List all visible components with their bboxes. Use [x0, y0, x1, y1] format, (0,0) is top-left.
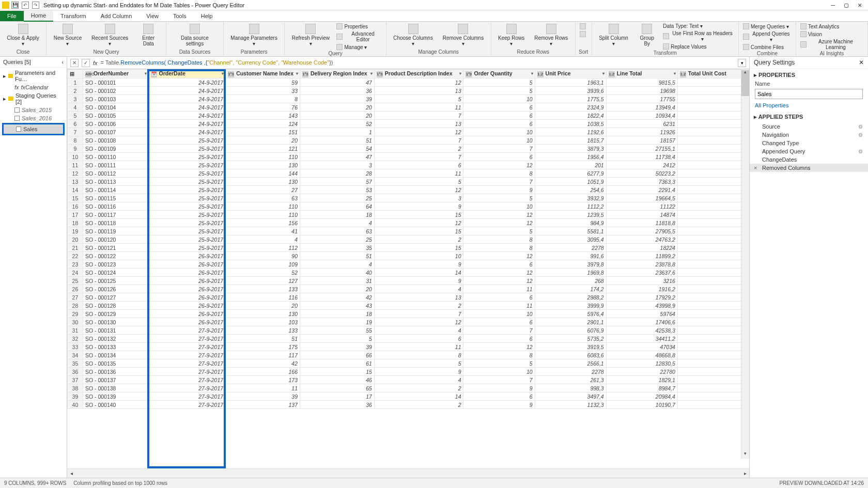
- cell[interactable]: 12: [374, 186, 463, 194]
- cell[interactable]: [677, 87, 749, 95]
- cell[interactable]: [677, 211, 749, 219]
- table-row[interactable]: 30SO - 00013026-9-2017103191262901,11740…: [68, 318, 749, 326]
- table-row[interactable]: 13SO - 00011325-9-201713057571051,97363,…: [68, 178, 749, 186]
- cell[interactable]: SO - 000120: [83, 235, 148, 244]
- cell[interactable]: 27155,1: [606, 145, 677, 153]
- cell[interactable]: 12: [463, 219, 535, 227]
- sort-desc-button[interactable]: [579, 30, 588, 38]
- cell[interactable]: [677, 384, 749, 392]
- cell[interactable]: 984,9: [535, 219, 606, 227]
- tab-help[interactable]: Help: [194, 11, 220, 21]
- gear-icon[interactable]: ⚙: [858, 149, 863, 154]
- cell[interactable]: [677, 351, 749, 359]
- table-row[interactable]: 6SO - 00010624-9-2017124521361038,56231: [68, 120, 749, 128]
- row-number[interactable]: 16: [68, 202, 83, 211]
- maximize-button[interactable]: ▢: [844, 1, 848, 9]
- cell[interactable]: 76: [226, 103, 300, 112]
- manage-parameters-button[interactable]: Manage Parameters ▾: [227, 23, 281, 48]
- cell[interactable]: [677, 112, 749, 120]
- cell[interactable]: 1038,5: [535, 120, 606, 128]
- append-queries-button[interactable]: Append Queries ▾: [742, 30, 793, 43]
- row-number[interactable]: 37: [68, 376, 83, 384]
- cell[interactable]: 26-9-2017: [148, 293, 226, 302]
- cell[interactable]: 7: [463, 376, 535, 384]
- cell[interactable]: 1192,6: [535, 128, 606, 136]
- table-row[interactable]: 2SO - 00010224-9-201733361353939,619698: [68, 87, 749, 95]
- query-folder-staging[interactable]: ▸Staging Queries [2]: [0, 91, 67, 106]
- cell[interactable]: SO - 000112: [83, 169, 148, 178]
- row-number[interactable]: 4: [68, 103, 83, 112]
- cell[interactable]: SO - 000106: [83, 120, 148, 128]
- cell[interactable]: 24-9-2017: [148, 112, 226, 120]
- tab-tools[interactable]: Tools: [166, 11, 194, 21]
- column-header-unit-price[interactable]: 1.2Unit Price▾: [535, 70, 606, 78]
- collapse-icon[interactable]: ‹: [61, 59, 64, 65]
- redo-icon[interactable]: ↷: [32, 2, 39, 9]
- cell[interactable]: 7: [463, 326, 535, 335]
- cell[interactable]: 24-9-2017: [148, 78, 226, 87]
- row-number[interactable]: 18: [68, 219, 83, 227]
- cell[interactable]: 24-9-2017: [148, 103, 226, 112]
- cell[interactable]: 103: [226, 318, 300, 326]
- cell[interactable]: 20: [226, 136, 300, 145]
- cell[interactable]: 2: [374, 145, 463, 153]
- cell[interactable]: [677, 376, 749, 384]
- cell[interactable]: 11: [374, 169, 463, 178]
- cell[interactable]: 8: [226, 95, 300, 103]
- cell[interactable]: 39: [300, 343, 374, 351]
- cell[interactable]: [677, 343, 749, 351]
- row-number[interactable]: 1: [68, 78, 83, 87]
- cell[interactable]: 3: [300, 161, 374, 169]
- cell[interactable]: 15: [374, 211, 463, 219]
- table-row[interactable]: 9SO - 00010925-9-201712154273879,327155,…: [68, 145, 749, 153]
- cell[interactable]: 15: [374, 244, 463, 252]
- table-row[interactable]: 20SO - 00012025-9-2017425283095,424763,2: [68, 235, 749, 244]
- cell[interactable]: 25: [300, 235, 374, 244]
- table-row[interactable]: 14SO - 00011425-9-20172753129254,62291,4: [68, 186, 749, 194]
- cell[interactable]: 6076,9: [535, 326, 606, 335]
- cell[interactable]: 54: [300, 145, 374, 153]
- scroll-right-icon[interactable]: ▸: [741, 470, 749, 476]
- cell[interactable]: 39: [226, 392, 300, 401]
- cell[interactable]: 5735,2: [535, 335, 606, 343]
- minimize-button[interactable]: —: [831, 1, 835, 9]
- row-number[interactable]: 27: [68, 293, 83, 302]
- cell[interactable]: 26-9-2017: [148, 310, 226, 318]
- cell[interactable]: 11926: [606, 128, 677, 136]
- cell[interactable]: 18: [300, 310, 374, 318]
- cell[interactable]: 112: [226, 244, 300, 252]
- cell[interactable]: 2324,9: [535, 103, 606, 112]
- cell[interactable]: SO - 000105: [83, 112, 148, 120]
- cell[interactable]: 12: [374, 128, 463, 136]
- cell[interactable]: 11: [463, 285, 535, 293]
- cell[interactable]: [677, 293, 749, 302]
- cell[interactable]: 2: [374, 235, 463, 244]
- cell[interactable]: 156: [226, 219, 300, 227]
- scroll-down-icon[interactable]: ▾: [741, 451, 749, 459]
- filter-icon[interactable]: ▾: [602, 71, 605, 76]
- cell[interactable]: 25-9-2017: [148, 145, 226, 153]
- cell[interactable]: 173: [226, 376, 300, 384]
- cell[interactable]: 35: [300, 244, 374, 252]
- query-sales[interactable]: Sales: [2, 123, 65, 135]
- cell[interactable]: 12: [463, 343, 535, 351]
- cell[interactable]: 8984,7: [606, 384, 677, 392]
- applied-step-navigation[interactable]: Navigation⚙: [750, 131, 868, 139]
- cell[interactable]: 26-9-2017: [148, 285, 226, 293]
- table-row[interactable]: 31SO - 00013127-9-201713355476076,942538…: [68, 326, 749, 335]
- cell[interactable]: 133: [226, 326, 300, 335]
- cell[interactable]: 42: [226, 359, 300, 368]
- cell[interactable]: 5: [374, 95, 463, 103]
- row-number[interactable]: 28: [68, 302, 83, 310]
- cell[interactable]: 12: [374, 78, 463, 87]
- cell[interactable]: 10: [463, 202, 535, 211]
- cell[interactable]: 25-9-2017: [148, 211, 226, 219]
- cell[interactable]: 6: [463, 120, 535, 128]
- cell[interactable]: 11: [374, 103, 463, 112]
- cell[interactable]: [677, 78, 749, 87]
- cell[interactable]: [677, 120, 749, 128]
- cell[interactable]: 27-9-2017: [148, 351, 226, 359]
- cell[interactable]: 11122: [606, 202, 677, 211]
- cell[interactable]: 9: [463, 384, 535, 392]
- cell[interactable]: 27905,5: [606, 227, 677, 235]
